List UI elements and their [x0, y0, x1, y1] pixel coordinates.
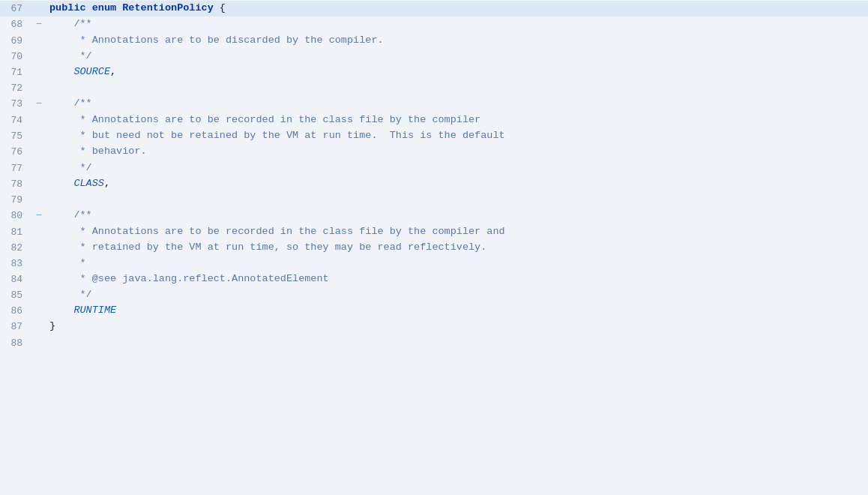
token-javadoc: /** — [73, 18, 91, 29]
code-line: * Annotations are to be recorded in the … — [46, 112, 868, 128]
code-line: */ — [46, 49, 868, 64]
token-plain: } — [49, 320, 55, 332]
code-line: */ — [46, 160, 868, 176]
gutter-icon[interactable]: − — [31, 96, 46, 112]
token-javadoc: * behavior. — [80, 146, 147, 157]
token-plain — [49, 114, 80, 125]
line-number: 71 — [0, 64, 31, 80]
token-javadoc: */ — [80, 289, 92, 300]
token-plain: { — [214, 2, 226, 14]
token-javadoc: /** — [73, 98, 91, 109]
code-line: public enum RetentionPolicy { — [46, 1, 868, 16]
token-javadoc: * — [80, 273, 92, 284]
token-plain — [49, 209, 73, 220]
line-number: 69 — [0, 33, 31, 49]
line-number: 73 — [0, 96, 31, 112]
token-plain — [49, 289, 80, 300]
token-type: RetentionPolicy — [122, 2, 214, 14]
line-number: 68 — [0, 16, 31, 32]
token-plain — [49, 18, 73, 29]
token-kw: public — [49, 2, 86, 14]
code-line: /** — [46, 96, 868, 112]
token-javadoc: /** — [73, 209, 91, 220]
line-number: 87 — [0, 319, 31, 334]
token-plain: , — [110, 66, 116, 77]
token-plain — [49, 257, 80, 268]
code-editor: 67public enum RetentionPolicy {68− /**69… — [0, 0, 868, 495]
line-number: 78 — [0, 176, 31, 192]
line-number: 72 — [0, 80, 31, 96]
token-plain — [49, 178, 73, 189]
token-enum-value: CLASS — [73, 178, 104, 189]
token-javadoc: java.lang.reflect.AnnotatedElement — [116, 273, 329, 284]
code-line: * Annotations are to be recorded in the … — [46, 224, 868, 240]
token-javadoc: */ — [80, 162, 92, 173]
line-number: 81 — [0, 224, 31, 240]
token-javadoc: * but need not be retained by the VM at … — [80, 130, 505, 141]
token-plain — [49, 50, 80, 62]
code-line: /** — [46, 16, 868, 32]
code-line: * — [46, 256, 868, 272]
token-enum-value: SOURCE — [73, 66, 110, 77]
token-javadoc: * Annotations are to be recorded in the … — [80, 226, 505, 237]
code-line: CLASS, — [46, 176, 868, 192]
line-number: 79 — [0, 192, 31, 208]
token-javadoc: * retained by the VM at run time, so the… — [80, 242, 487, 253]
code-line: RUNTIME — [46, 303, 868, 319]
token-javadoc-tag: @see — [92, 273, 116, 284]
gutter-icon[interactable]: − — [31, 16, 46, 33]
token-javadoc: * — [80, 257, 86, 268]
line-number: 75 — [0, 128, 31, 144]
line-number: 86 — [0, 303, 31, 319]
line-number: 83 — [0, 256, 31, 272]
token-plain — [49, 130, 80, 141]
token-plain: , — [104, 178, 110, 189]
code-line: */ — [46, 287, 868, 303]
code-line: SOURCE, — [46, 64, 868, 80]
line-number: 76 — [0, 144, 31, 160]
token-plain — [49, 226, 80, 237]
code-line: /** — [46, 208, 868, 224]
token-plain — [49, 34, 80, 46]
token-plain — [49, 304, 73, 316]
token-kw: enum — [92, 2, 116, 14]
code-line: * retained by the VM at run time, so the… — [46, 240, 868, 256]
token-plain — [49, 162, 80, 173]
line-number: 85 — [0, 287, 31, 303]
line-number: 67 — [0, 1, 31, 16]
token-javadoc: * Annotations are to be recorded in the … — [80, 114, 481, 125]
gutter-icon[interactable]: − — [31, 208, 46, 224]
token-enum-value: RUNTIME — [73, 304, 116, 316]
code-line: * Annotations are to be discarded by the… — [46, 33, 868, 49]
line-number: 84 — [0, 272, 31, 287]
token-plain — [49, 66, 73, 77]
code-line: * @see java.lang.reflect.AnnotatedElemen… — [46, 272, 868, 287]
line-number: 74 — [0, 112, 31, 128]
code-line: } — [46, 319, 868, 334]
line-number: 80 — [0, 208, 31, 224]
code-line: * behavior. — [46, 144, 868, 160]
code-line: * but need not be retained by the VM at … — [46, 128, 868, 144]
token-plain — [49, 146, 80, 157]
token-plain — [49, 242, 80, 253]
token-javadoc: */ — [80, 50, 92, 62]
line-number: 82 — [0, 240, 31, 256]
token-plain — [86, 2, 92, 14]
token-javadoc: * Annotations are to be discarded by the… — [80, 34, 384, 46]
token-plain — [49, 273, 80, 284]
code-table: 67public enum RetentionPolicy {68− /**69… — [0, 0, 868, 351]
token-plain — [49, 98, 73, 109]
line-number: 77 — [0, 160, 31, 176]
line-number: 70 — [0, 49, 31, 64]
line-number: 88 — [0, 335, 31, 351]
